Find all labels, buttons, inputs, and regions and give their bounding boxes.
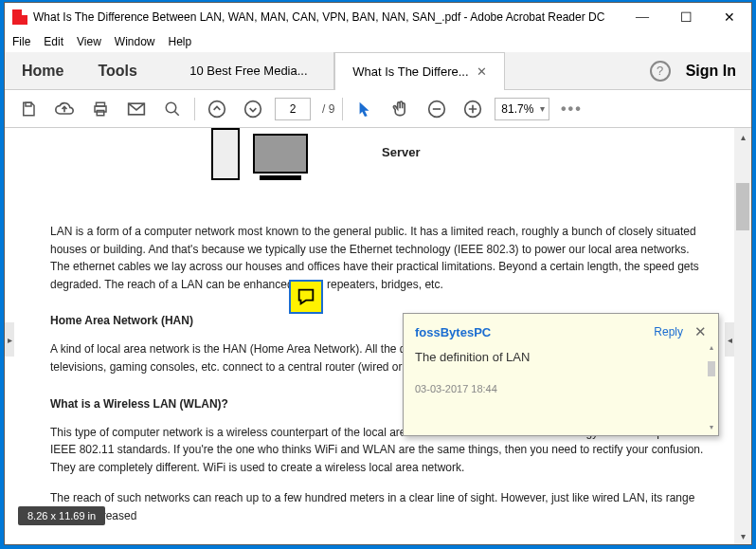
help-icon[interactable]: ? (650, 61, 671, 82)
page-up-icon[interactable] (203, 95, 231, 123)
zoom-value: 81.7% (501, 102, 533, 116)
document-tab-0[interactable]: 10 Best Free Media... (164, 52, 334, 89)
document-tab-1[interactable]: What Is The Differe... ✕ (334, 52, 505, 89)
separator (194, 98, 195, 120)
close-button[interactable]: ✕ (708, 3, 751, 31)
scroll-up-icon[interactable]: ▴ (734, 128, 751, 145)
minimize-button[interactable]: — (621, 3, 664, 31)
pointer-icon[interactable] (351, 95, 379, 123)
search-icon[interactable] (158, 95, 187, 123)
tools-tab[interactable]: Tools (81, 63, 153, 80)
tab-label: 10 Best Free Media... (189, 64, 307, 78)
paragraph-lan: LAN is a form of a computer network most… (50, 223, 706, 293)
menu-window[interactable]: Window (115, 35, 155, 48)
page-number-input[interactable] (275, 98, 311, 120)
computer-tower-icon (211, 128, 240, 180)
cloud-upload-icon[interactable] (50, 95, 79, 123)
menu-view[interactable]: View (77, 35, 101, 48)
left-panel-toggle[interactable]: ▸ (5, 322, 14, 357)
scroll-thumb[interactable] (736, 183, 749, 230)
zoom-select[interactable]: 81.7% (495, 98, 549, 120)
svg-point-7 (245, 101, 261, 117)
sticky-note-icon[interactable] (289, 280, 323, 314)
scroll-down-icon[interactable]: ▾ (734, 527, 751, 544)
page-down-icon[interactable] (239, 95, 267, 123)
more-icon[interactable]: ••• (557, 95, 585, 123)
separator (342, 98, 343, 120)
zoom-in-icon[interactable] (459, 95, 487, 123)
email-icon[interactable] (122, 95, 151, 123)
print-icon[interactable] (86, 95, 115, 123)
tab-close-icon[interactable]: ✕ (477, 64, 487, 79)
document-viewport: ▸ ◂ Server LAN is a form of a computer n… (5, 128, 751, 544)
illustration (211, 128, 706, 180)
scroll-thumb[interactable] (708, 361, 715, 376)
svg-point-5 (166, 102, 176, 113)
save-icon[interactable] (14, 95, 43, 123)
zoom-out-icon[interactable] (423, 95, 451, 123)
comment-popup: fossBytesPC Reply ✕ The definition of LA… (403, 313, 719, 436)
maximize-button[interactable]: ☐ (664, 3, 708, 31)
paragraph-last: The reach of such networks can reach up … (50, 489, 706, 524)
comment-close-icon[interactable]: ✕ (694, 323, 707, 340)
scroll-up-icon[interactable]: ▴ (707, 342, 716, 352)
pdf-icon (12, 9, 27, 25)
monitor-icon (253, 134, 308, 180)
menubar: File Edit View Window Help (5, 31, 751, 52)
toolbar: / 9 81.7% ••• (5, 90, 751, 128)
app-window: What Is The Difference Between LAN, WAN,… (4, 2, 752, 545)
comment-reply-link[interactable]: Reply (654, 325, 683, 339)
comment-body: The definition of LAN (415, 350, 707, 364)
svg-rect-0 (26, 102, 31, 106)
tab-label: What Is The Differe... (352, 64, 468, 79)
home-tab[interactable]: Home (5, 63, 81, 80)
scroll-down-icon[interactable]: ▾ (707, 422, 716, 431)
svg-point-6 (209, 101, 225, 117)
vertical-scrollbar[interactable]: ▴ ▾ (734, 128, 751, 544)
comment-timestamp: 03-03-2017 18:44 (415, 383, 707, 394)
page-dimensions-badge: 8.26 x 11.69 in (18, 506, 105, 525)
menu-help[interactable]: Help (169, 35, 192, 48)
comment-author: fossBytesPC (415, 325, 654, 339)
menu-edit[interactable]: Edit (44, 35, 63, 48)
titlebar: What Is The Difference Between LAN, WAN,… (5, 3, 751, 31)
menu-file[interactable]: File (12, 35, 30, 48)
window-title: What Is The Difference Between LAN, WAN,… (33, 10, 621, 24)
page-total: / 9 (322, 102, 334, 116)
window-controls: — ☐ ✕ (621, 3, 751, 31)
server-label: Server (382, 145, 420, 159)
tab-row: Home Tools 10 Best Free Media... What Is… (5, 52, 751, 90)
hand-icon[interactable] (387, 95, 415, 123)
signin-button[interactable]: Sign In (686, 63, 736, 80)
comment-scrollbar[interactable]: ▴ ▾ (707, 342, 716, 431)
